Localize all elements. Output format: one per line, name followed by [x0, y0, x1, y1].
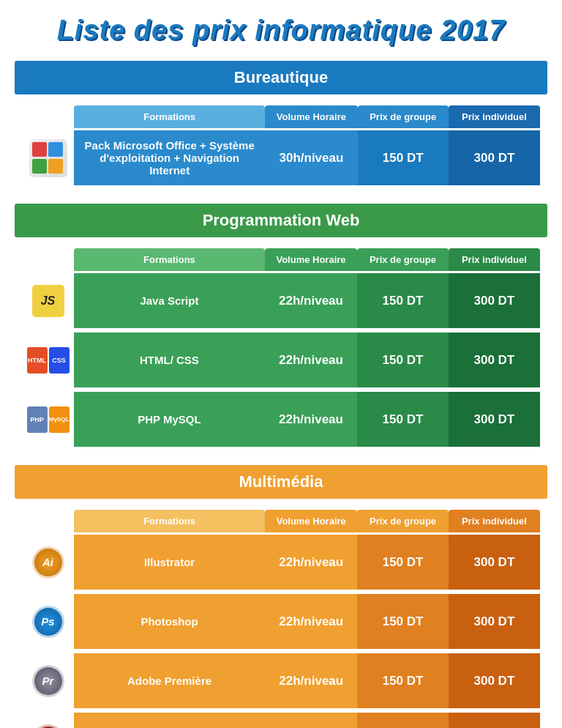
multimedia-icon-pr: Pr: [22, 653, 74, 708]
programmation-header: Programmation Web: [15, 204, 547, 237]
bureautique-volume-0: 30h/niveau: [265, 130, 357, 185]
programmation-volume-1: 22h/niveau: [265, 333, 357, 387]
multimedia-formation-1: Photoshop: [74, 594, 265, 649]
programmation-icon-php-mysql: PHP MySQL: [22, 392, 74, 447]
programmation-row-1: HTML CSS HTML/ CSS 22h/niveau 150 DT: [22, 333, 540, 387]
multimedia-icon-fl: Fi: [22, 713, 74, 728]
programmation-header-row: Formations Volume Horaire Prix de groupe…: [22, 248, 540, 271]
multimedia-row-2: Pr Adobe Première 22h/niveau 150 DT 300 …: [22, 653, 540, 708]
programmation-table: Formations Volume Horaire Prix de groupe…: [22, 248, 540, 447]
ps-icon: Ps: [32, 606, 64, 638]
bureautique-individuel-0: 300 DT: [449, 130, 540, 185]
programmation-row-0: JS Java Script 22h/niveau 150 DT 300 DT: [22, 273, 540, 328]
programmation-row-2: PHP MySQL PHP MySQL 22h/niveau 150 DT: [22, 392, 540, 447]
programmation-groupe-0: 150 DT: [357, 273, 449, 328]
bureautique-th-groupe: Prix de groupe: [358, 105, 449, 128]
multimedia-volume-3: 22h/niveau: [265, 713, 357, 728]
multimedia-volume-1: 22h/niveau: [265, 594, 357, 649]
pr-icon: Pr: [32, 665, 64, 697]
bureautique-section: Bureautique Formations Volume Horaire Pr…: [15, 61, 547, 185]
multimedia-individuel-3: 300 DT: [449, 713, 540, 728]
bureautique-th-formations: Formations: [74, 105, 265, 128]
multimedia-volume-0: 22h/niveau: [265, 535, 357, 590]
programmation-th-volume: Volume Horaire: [265, 248, 357, 271]
bureautique-header-row: Formations Volume Horaire Prix de groupe…: [22, 105, 540, 128]
bureautique-icon-ms: [22, 130, 74, 185]
multimedia-groupe-1: 150 DT: [357, 594, 448, 649]
bureautique-th-icon: [22, 105, 74, 128]
multimedia-th-volume: Volume Horaire: [265, 510, 357, 532]
multimedia-formation-3: Macromedia Flash: [74, 713, 265, 728]
multimedia-formation-2: Adobe Première: [74, 653, 265, 708]
php-mysql-icon: PHP MySQL: [27, 406, 70, 433]
multimedia-groupe-2: 150 DT: [357, 653, 448, 708]
bureautique-th-individuel: Prix individuel: [449, 105, 540, 128]
bureautique-groupe-0: 150 DT: [358, 130, 449, 185]
programmation-individuel-2: 300 DT: [449, 392, 540, 447]
programmation-icon-js: JS: [22, 273, 74, 328]
multimedia-row-0: Ai Illustrator 22h/niveau 150 DT 300 DT: [22, 535, 540, 590]
programmation-section: Programmation Web Formations Volume Hora…: [15, 204, 547, 447]
programmation-icon-html-css: HTML CSS: [22, 333, 74, 387]
programmation-formation-1: HTML/ CSS: [74, 333, 265, 387]
multimedia-th-icon: [22, 510, 74, 532]
multimedia-row-3: Fi Macromedia Flash 22h/niveau 150 DT 30…: [22, 713, 540, 728]
page-title: Liste des prix informatique 2017: [15, 15, 547, 46]
multimedia-section: Multimédia Formations Volume Horaire Pri…: [15, 465, 547, 728]
programmation-formation-0: Java Script: [74, 273, 265, 328]
multimedia-groupe-0: 150 DT: [357, 535, 448, 590]
multimedia-individuel-1: 300 DT: [449, 594, 540, 649]
multimedia-row-1: Ps Photoshop 22h/niveau 150 DT 300 DT: [22, 594, 540, 649]
bureautique-table: Formations Volume Horaire Prix de groupe…: [22, 105, 540, 185]
programmation-th-individuel: Prix individuel: [449, 248, 540, 271]
programmation-th-formations: Formations: [74, 248, 265, 271]
html-css-icon: HTML CSS: [27, 347, 70, 374]
bureautique-formation-0: Pack Microsoft Office + Système d'exploi…: [74, 130, 265, 185]
bureautique-row-0: Pack Microsoft Office + Système d'exploi…: [22, 130, 540, 185]
multimedia-icon-ps: Ps: [22, 594, 74, 649]
fl-icon: Fi: [32, 724, 64, 729]
ai-icon: Ai: [32, 546, 64, 579]
bureautique-header: Bureautique: [15, 61, 547, 94]
multimedia-formation-0: Illustrator: [74, 535, 265, 590]
multimedia-individuel-0: 300 DT: [449, 535, 540, 590]
programmation-volume-0: 22h/niveau: [265, 273, 357, 328]
multimedia-volume-2: 22h/niveau: [265, 653, 357, 708]
programmation-groupe-2: 150 DT: [357, 392, 449, 447]
multimedia-header: Multimédia: [15, 465, 547, 499]
js-icon: JS: [32, 285, 64, 317]
programmation-th-icon: [22, 248, 74, 271]
programmation-individuel-0: 300 DT: [449, 273, 540, 328]
programmation-individuel-1: 300 DT: [449, 333, 540, 387]
programmation-th-groupe: Prix de groupe: [357, 248, 449, 271]
programmation-formation-2: PHP MySQL: [74, 392, 265, 447]
multimedia-th-formations: Formations: [74, 510, 265, 532]
programmation-groupe-1: 150 DT: [357, 333, 449, 387]
multimedia-groupe-3: 150 DT: [357, 713, 448, 728]
programmation-volume-2: 22h/niveau: [265, 392, 357, 447]
multimedia-table: Formations Volume Horaire Prix de groupe…: [22, 510, 540, 728]
multimedia-header-row: Formations Volume Horaire Prix de groupe…: [22, 510, 540, 532]
multimedia-th-groupe: Prix de groupe: [357, 510, 448, 532]
multimedia-individuel-2: 300 DT: [449, 653, 540, 708]
multimedia-icon-ai: Ai: [22, 535, 74, 590]
bureautique-th-volume: Volume Horaire: [265, 105, 357, 128]
multimedia-th-individuel: Prix individuel: [449, 510, 540, 532]
